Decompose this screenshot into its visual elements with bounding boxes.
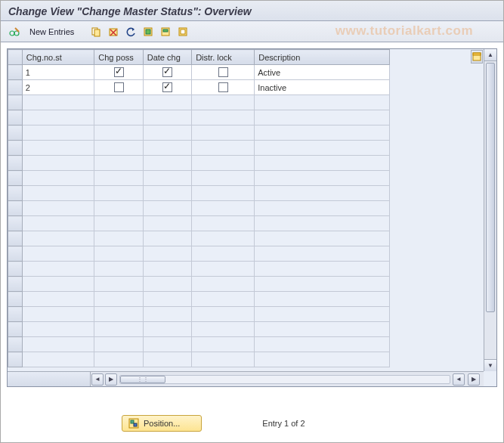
empty-cell[interactable] — [94, 141, 143, 156]
row-selector[interactable] — [8, 352, 23, 367]
col-header-distr-lock[interactable]: Distr. lock — [192, 50, 255, 65]
cell-distr-lock[interactable] — [192, 65, 255, 80]
empty-cell[interactable] — [255, 292, 390, 307]
empty-cell[interactable] — [94, 352, 143, 367]
empty-cell[interactable] — [143, 277, 191, 292]
row-selector[interactable] — [8, 246, 23, 262]
empty-cell[interactable] — [94, 307, 143, 322]
empty-cell[interactable] — [255, 337, 390, 352]
empty-cell[interactable] — [255, 141, 390, 156]
scroll-right-button[interactable]: ◄ — [453, 373, 465, 386]
empty-cell[interactable] — [143, 125, 191, 141]
empty-cell[interactable] — [255, 171, 390, 186]
empty-cell[interactable] — [22, 246, 94, 262]
empty-cell[interactable] — [192, 246, 255, 262]
empty-cell[interactable] — [192, 307, 255, 322]
empty-cell[interactable] — [192, 322, 255, 337]
empty-cell[interactable] — [22, 262, 94, 277]
row-selector[interactable] — [8, 125, 23, 141]
cell-description[interactable]: Active — [255, 65, 390, 80]
delete-button[interactable] — [106, 24, 121, 39]
cell-distr-lock[interactable] — [192, 80, 255, 95]
empty-cell[interactable] — [255, 352, 390, 367]
empty-cell[interactable] — [94, 337, 143, 352]
empty-cell[interactable] — [255, 110, 390, 125]
empty-cell[interactable] — [192, 141, 255, 156]
empty-cell[interactable] — [255, 156, 390, 171]
empty-cell[interactable] — [255, 216, 390, 231]
empty-cell[interactable] — [143, 201, 191, 216]
empty-cell[interactable] — [94, 110, 143, 125]
empty-cell[interactable] — [22, 186, 94, 201]
empty-cell[interactable] — [94, 322, 143, 337]
empty-cell[interactable] — [143, 110, 191, 125]
undo-change-button[interactable] — [123, 24, 138, 39]
empty-cell[interactable] — [192, 95, 255, 110]
row-selector[interactable] — [8, 337, 23, 352]
col-header-description[interactable]: Description — [255, 50, 390, 65]
empty-cell[interactable] — [192, 171, 255, 186]
checkbox-chg-poss[interactable] — [114, 67, 124, 77]
empty-cell[interactable] — [22, 216, 94, 231]
row-selector[interactable] — [8, 186, 23, 201]
position-button[interactable]: Position... — [122, 415, 202, 432]
empty-cell[interactable] — [192, 125, 255, 141]
cell-chg-no-st[interactable]: 1 — [22, 65, 94, 80]
cell-date-chg[interactable] — [143, 80, 191, 95]
col-header-chg-poss[interactable]: Chg poss — [94, 50, 143, 65]
empty-cell[interactable] — [22, 125, 94, 141]
cell-date-chg[interactable] — [143, 65, 191, 80]
empty-cell[interactable] — [143, 322, 191, 337]
empty-cell[interactable] — [94, 231, 143, 246]
checkbox-distr-lock[interactable] — [218, 67, 228, 77]
checkbox-chg-poss[interactable] — [114, 82, 124, 92]
empty-cell[interactable] — [255, 322, 390, 337]
empty-cell[interactable] — [255, 231, 390, 246]
empty-cell[interactable] — [255, 125, 390, 141]
empty-cell[interactable] — [143, 292, 191, 307]
empty-cell[interactable] — [192, 201, 255, 216]
copy-as-button[interactable] — [88, 24, 104, 39]
empty-cell[interactable] — [192, 352, 255, 367]
empty-cell[interactable] — [94, 246, 143, 262]
new-entries-button[interactable]: New Entries — [24, 25, 79, 39]
scroll-down-button[interactable]: ▼ — [484, 359, 496, 371]
empty-cell[interactable] — [22, 201, 94, 216]
row-selector[interactable] — [8, 262, 23, 277]
empty-cell[interactable] — [22, 277, 94, 292]
empty-cell[interactable] — [22, 141, 94, 156]
table-corner[interactable] — [8, 50, 23, 65]
empty-cell[interactable] — [143, 307, 191, 322]
empty-cell[interactable] — [192, 292, 255, 307]
empty-cell[interactable] — [143, 141, 191, 156]
empty-cell[interactable] — [192, 277, 255, 292]
hscroll-track[interactable]: ⋮⋮ — [119, 375, 450, 384]
cell-chg-poss[interactable] — [94, 80, 143, 95]
deselect-all-button[interactable] — [175, 24, 190, 39]
empty-cell[interactable] — [94, 171, 143, 186]
horizontal-scroll-thumb[interactable]: ⋮⋮ — [120, 376, 165, 383]
empty-cell[interactable] — [22, 110, 94, 125]
row-selector[interactable] — [8, 80, 23, 95]
empty-cell[interactable] — [192, 110, 255, 125]
empty-cell[interactable] — [192, 337, 255, 352]
scroll-first-button[interactable]: ◄ — [91, 373, 104, 386]
empty-cell[interactable] — [143, 186, 191, 201]
row-selector[interactable] — [8, 231, 23, 246]
row-selector[interactable] — [8, 156, 23, 171]
row-selector[interactable] — [8, 65, 23, 80]
row-selector[interactable] — [8, 141, 23, 156]
scroll-left-button[interactable]: ▶ — [105, 373, 117, 386]
empty-cell[interactable] — [143, 156, 191, 171]
row-selector[interactable] — [8, 110, 23, 125]
empty-cell[interactable] — [22, 95, 94, 110]
empty-cell[interactable] — [94, 262, 143, 277]
empty-cell[interactable] — [255, 201, 390, 216]
row-selector[interactable] — [8, 216, 23, 231]
row-selector[interactable] — [8, 201, 23, 216]
empty-cell[interactable] — [22, 337, 94, 352]
scroll-last-button[interactable]: ▶ — [468, 373, 480, 386]
empty-cell[interactable] — [143, 337, 191, 352]
row-selector[interactable] — [8, 307, 23, 322]
empty-cell[interactable] — [143, 231, 191, 246]
